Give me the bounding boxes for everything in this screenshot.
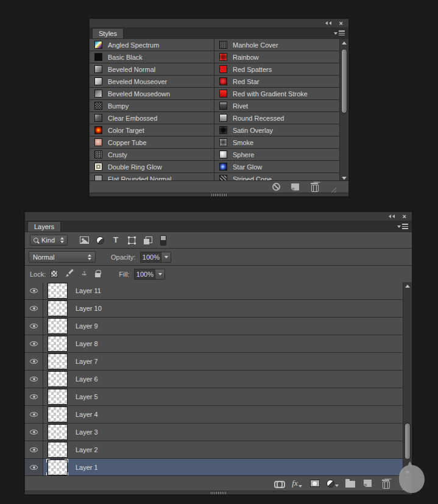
style-item[interactable]: Smoke [214,137,348,149]
close-icon[interactable]: × [403,214,406,219]
opacity-value[interactable]: 100% [140,252,161,263]
style-item[interactable]: Sphere [214,149,348,161]
create-new-style-button[interactable] [286,183,305,191]
layer-thumbnail[interactable] [46,441,68,458]
layer-row[interactable]: Layer 5 [25,388,412,406]
new-adjustment-layer-button[interactable] [323,480,341,488]
type-layer-filter-button[interactable]: T [108,236,124,244]
link-layers-button[interactable] [270,481,288,486]
layer-thumbnail[interactable] [46,459,68,475]
style-item[interactable]: Red with Gradient Stroke [214,88,348,100]
layer-style-button[interactable]: fx [288,478,306,488]
layer-visibility-toggle[interactable] [25,406,43,423]
layer-visibility-toggle[interactable] [25,459,43,475]
layer-row[interactable]: Layer 2 [25,441,412,459]
style-item[interactable]: Red Star [214,76,348,88]
style-item[interactable]: Satin Overlay [214,124,348,137]
layer-thumbnail[interactable] [46,318,68,335]
layer-row[interactable]: Layer 7 [25,353,412,371]
new-group-button[interactable] [341,479,359,488]
style-item[interactable]: Rainbow [214,51,348,63]
filter-kind-dropdown[interactable]: Kind [30,235,68,246]
pixel-layer-filter-button[interactable] [76,236,92,244]
opacity-dropdown-arrow[interactable] [161,252,171,263]
style-item[interactable]: Double Ring Glow [90,161,214,173]
layer-visibility-toggle[interactable] [25,282,43,299]
layer-row[interactable]: Layer 11 [25,282,412,300]
layer-row[interactable]: Layer 4 [25,406,412,424]
style-item[interactable]: Star Glow [214,161,348,173]
tab-styles[interactable]: Styles [92,28,124,38]
style-item[interactable]: Copper Tube [90,137,214,149]
layer-visibility-toggle[interactable] [25,424,43,441]
layers-scrollbar-thumb[interactable] [404,423,411,460]
delete-layer-button[interactable] [376,480,394,488]
shape-layer-filter-button[interactable] [124,237,140,244]
close-icon[interactable]: × [339,21,343,26]
layer-row[interactable]: Layer 10 [25,300,412,318]
scroll-up-icon[interactable] [340,41,348,44]
tab-layers[interactable]: Layers [27,221,61,232]
delete-style-button[interactable] [305,183,323,191]
style-item[interactable]: Red Spatters [214,63,348,76]
layer-thumbnail[interactable] [46,406,68,423]
layer-thumbnail[interactable] [46,371,68,388]
style-item[interactable]: Manhole Cover [214,39,348,51]
collapse-to-icons-icon[interactable] [325,21,331,25]
layer-visibility-toggle[interactable] [25,335,43,352]
fill-value[interactable]: 100% [134,269,155,280]
layer-row[interactable]: Layer 8 [25,335,412,353]
panel-menu-icon[interactable] [397,221,412,232]
layer-row[interactable]: Layer 6 [25,371,412,388]
lock-all-button[interactable] [95,269,101,280]
style-item[interactable]: Flat Rounded Normal [90,173,214,180]
scroll-up-icon[interactable] [403,285,412,288]
layer-visibility-toggle[interactable] [25,318,43,335]
style-item[interactable]: Basic Black [90,51,214,63]
smart-object-filter-button[interactable] [140,236,155,244]
adjustment-layer-filter-button[interactable] [92,236,108,244]
layer-visibility-toggle[interactable] [25,300,43,317]
styles-panel-resize-bar[interactable] [90,193,348,196]
layer-thumbnail[interactable] [46,282,68,299]
styles-scrollbar-thumb[interactable] [341,49,347,113]
layer-thumbnail[interactable] [46,300,68,317]
panel-menu-icon[interactable] [334,28,348,38]
layer-row[interactable]: Layer 1 [25,459,412,475]
layer-thumbnail[interactable] [46,388,68,405]
layer-visibility-toggle[interactable] [25,353,43,370]
scroll-down-icon[interactable] [340,177,348,180]
lock-image-pixels-button[interactable] [65,269,73,280]
style-item[interactable]: Striped Cone [214,173,348,180]
fill-dropdown-arrow[interactable] [155,269,165,280]
style-item[interactable]: Crusty [90,149,214,161]
layer-filtering-toggle[interactable] [155,235,171,246]
style-item[interactable]: Beveled Mouseover [90,76,214,88]
add-layer-mask-button[interactable] [306,480,323,487]
lock-transparent-pixels-button[interactable] [51,269,58,280]
clear-style-button[interactable] [267,183,286,191]
collapse-to-icons-icon[interactable] [389,215,395,218]
layer-visibility-toggle[interactable] [25,371,43,388]
style-item[interactable]: Beveled Mousedown [90,88,214,100]
layers-panel-resize-bar[interactable] [25,491,412,494]
style-item[interactable]: Rivet [214,100,348,112]
layers-scrollbar[interactable] [403,282,412,475]
blend-mode-dropdown[interactable]: Normal [29,251,96,263]
layer-visibility-toggle[interactable] [25,388,43,405]
layer-visibility-toggle[interactable] [25,441,43,458]
lock-position-button[interactable]: ↔↕ [80,269,88,280]
layer-row[interactable]: Layer 9 [25,318,412,335]
styles-scrollbar[interactable] [339,39,348,180]
style-item[interactable]: Round Recessed [214,112,348,124]
resize-grip-icon[interactable] [330,186,336,193]
layer-thumbnail[interactable] [46,335,68,352]
layer-thumbnail[interactable] [46,424,68,441]
new-layer-button[interactable] [359,480,376,487]
layer-row[interactable]: Layer 3 [25,424,412,441]
style-item[interactable]: Clear Embossed [90,112,214,124]
style-item[interactable]: Color Target [90,124,214,137]
style-item[interactable]: Beveled Normal [90,63,214,76]
style-item[interactable]: Angled Spectrum [90,39,214,51]
layer-thumbnail[interactable] [46,353,68,370]
